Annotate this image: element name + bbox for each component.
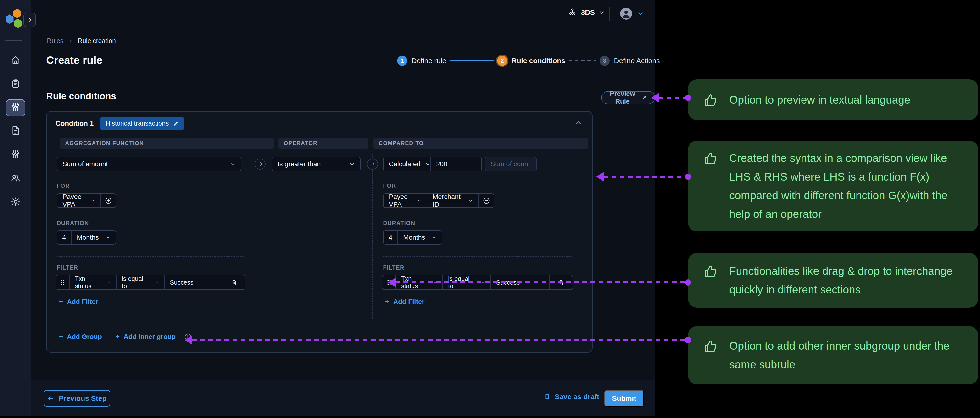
add-filter-link-lhs[interactable]: +Add Filter (59, 297, 98, 306)
sidebar-item-settings[interactable] (8, 194, 23, 210)
breadcrumb-parent[interactable]: Rules (47, 37, 64, 45)
sidebar-item-users[interactable] (8, 170, 23, 186)
add-filter-link-rhs[interactable]: +Add Filter (385, 297, 425, 306)
collapse-condition-button[interactable] (574, 119, 582, 127)
add-filter-label: Add Filter (393, 298, 425, 306)
duration-label-rhs: DURATION (383, 220, 415, 226)
compared-mode-select[interactable]: Calculated (383, 157, 431, 171)
annotation-text: Option to preview in textual language (729, 91, 910, 109)
step-3-circle: 3 (600, 56, 609, 66)
group-footer-separator (57, 320, 588, 320)
environment-switcher[interactable]: 3DS (568, 8, 605, 17)
sidebar-item-parameters[interactable] (8, 146, 23, 162)
add-for-field-button[interactable] (101, 194, 116, 207)
compared-to-group: Calculated 200 (383, 157, 482, 172)
filter-operator-select[interactable]: is equal to (116, 275, 165, 289)
filter-field-select[interactable]: Txn status (70, 275, 116, 289)
duration-unit-value: Months (77, 234, 99, 241)
for-field-select[interactable]: Merchant ID (427, 194, 479, 207)
thumbs-up-icon (702, 92, 718, 108)
annotation-text: Option to add other inner subgroup under… (729, 337, 969, 374)
previous-step-label: Previous Step (59, 394, 107, 402)
app-window: 3DS Rules Rule creation Create rule 1 De… (0, 0, 655, 416)
duration-label-lhs: DURATION (57, 220, 89, 226)
chevron-down-icon (468, 198, 473, 203)
for-field-select[interactable]: Payee VPA (383, 194, 427, 207)
annotation-callout: Functionalities like drag & drop to inte… (688, 253, 978, 308)
breadcrumb: Rules Rule creation (47, 37, 116, 45)
duration-unit-select[interactable]: Months (72, 231, 116, 244)
plus-icon: + (385, 297, 390, 306)
filter-value-input[interactable]: Success (165, 275, 223, 289)
filter-section-separator (383, 256, 572, 257)
thumbs-up-icon (702, 151, 718, 167)
sidebar-item-home[interactable] (8, 52, 23, 68)
avatar[interactable] (620, 8, 632, 20)
sidebar-expand-button[interactable] (24, 13, 36, 27)
compared-mode-value: Calculated (389, 160, 420, 168)
annotation-text: Functionalities like drag & drop to inte… (729, 262, 969, 299)
aggregation-function-value: Sum of amount (62, 160, 108, 168)
operator-select[interactable]: Is greater than (272, 157, 361, 172)
duration-unit-select[interactable]: Months (398, 231, 442, 244)
condition-label: Condition 1 (56, 119, 94, 127)
preview-rule-button[interactable]: Preview Rule (601, 91, 655, 104)
for-field-value: Payee VPA (62, 193, 86, 208)
for-group-rhs: Payee VPA Merchant ID (383, 194, 494, 208)
bookmark-icon (544, 393, 551, 400)
sidebar-item-rules[interactable] (8, 99, 23, 114)
chevron-down-icon (349, 161, 355, 167)
save-as-draft-link[interactable]: Save as draft (544, 393, 599, 401)
filter-drag-handle[interactable] (56, 275, 70, 289)
account-menu-button[interactable] (637, 10, 644, 17)
duration-value-input[interactable]: 4 (57, 231, 72, 244)
add-group-link[interactable]: +Add Group (59, 332, 102, 341)
filter-row-lhs: Txn status is equal to Success (56, 275, 245, 290)
condition-type-badge[interactable]: Historical transactions (100, 117, 184, 130)
delete-filter-button[interactable] (223, 275, 245, 289)
home-icon (10, 55, 21, 65)
annotation-arrow-dot (685, 95, 691, 101)
chevron-down-icon (230, 161, 235, 167)
filter-field-value: Txn status (75, 275, 102, 290)
sidebar-item-tasks[interactable] (8, 76, 23, 91)
arrow-left-icon (47, 395, 54, 402)
compared-value: 200 (436, 160, 447, 168)
chevron-down-icon (154, 280, 159, 284)
annotation-arrow-line (192, 339, 688, 341)
for-field-value: Merchant ID (433, 193, 463, 208)
chevron-down-icon (599, 10, 605, 16)
logo-hex-green (13, 19, 22, 28)
column-header-aggregation: AGGREGATION FUNCTION (60, 138, 274, 148)
submit-button[interactable]: Submit (605, 390, 644, 407)
chevron-down-icon (417, 198, 422, 203)
preview-rule-label: Preview Rule (608, 90, 636, 105)
sidebar-item-documents[interactable] (8, 123, 23, 138)
rhs-aggregation-disabled-input: Sum of count (485, 157, 537, 172)
for-field-select[interactable]: Payee VPA (57, 194, 101, 207)
step-connector-upcoming (569, 60, 596, 62)
add-group-label: Add Group (67, 333, 102, 340)
annotation-callout: Created the syntax in a comparison view … (688, 141, 978, 232)
column-header-operator: OPERATOR (278, 138, 368, 148)
operator-value: Is greater than (278, 160, 321, 168)
aggregation-function-select[interactable]: Sum of amount (57, 157, 241, 172)
chevron-down-icon (637, 10, 644, 17)
arrow-right-circle-icon[interactable] (255, 159, 266, 170)
duration-value-input[interactable]: 4 (383, 231, 398, 244)
remove-for-field-button[interactable] (479, 194, 494, 207)
arrow-right-circle-icon[interactable] (367, 159, 378, 170)
condition-card: Condition 1 Historical transactions AGGR… (46, 111, 593, 353)
environment-label: 3DS (581, 8, 595, 16)
previous-step-button[interactable]: Previous Step (44, 390, 110, 407)
duration-group-lhs: 4 Months (57, 230, 116, 245)
thumbs-up-icon (702, 339, 718, 354)
annotation-arrow-line (603, 175, 688, 178)
breadcrumb-current: Rule creation (78, 37, 116, 45)
chevron-down-icon (105, 235, 110, 240)
add-inner-group-link[interactable]: +Add Inner group (115, 332, 176, 341)
minus-circle-icon (483, 197, 490, 205)
for-label-lhs: FOR (57, 183, 70, 189)
annotation-arrow-line (395, 281, 688, 283)
compared-value-input[interactable]: 200 (431, 157, 481, 171)
